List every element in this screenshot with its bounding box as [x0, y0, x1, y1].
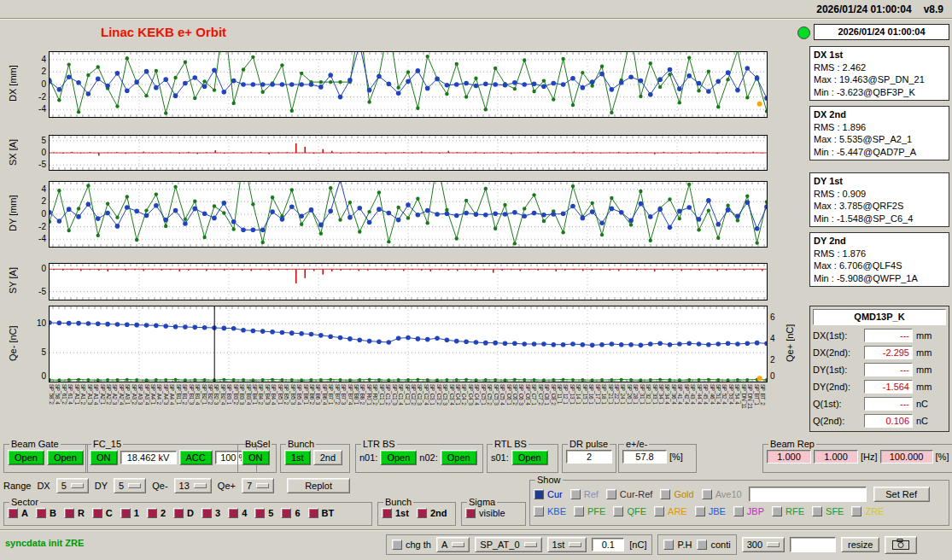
- toggle-label: 2nd: [430, 508, 447, 518]
- bpm-name-label: SP_B3_2: [233, 384, 239, 434]
- show-toggle-sfe[interactable]: SFE: [812, 506, 844, 516]
- show-toggle-pfe[interactable]: PFE: [574, 506, 605, 516]
- sigma-visible-toggle[interactable]: visible: [465, 508, 505, 518]
- show-toggle-jbp[interactable]: JBP: [733, 506, 764, 516]
- sector-toggle-1[interactable]: 1: [120, 508, 139, 518]
- application-window: 2026/01/24 01:00:04 v8.9 Linac KEKB e+ O…: [0, 0, 952, 560]
- bpm-name-label: SP_B3_4: [246, 384, 252, 434]
- bunch-1st-select[interactable]: 1st: [547, 537, 587, 552]
- beam-gate-open2-button[interactable]: Open: [47, 450, 84, 465]
- set-ref-button[interactable]: Set Ref: [873, 487, 930, 502]
- range-qe-plus-select[interactable]: 7: [242, 478, 274, 493]
- stat-value: Min : -1.548@SP_C6_4: [814, 213, 945, 225]
- show-toggle-cur[interactable]: Cur: [534, 489, 563, 499]
- qe-minus-axis-label: Qe- [nC]: [7, 306, 19, 381]
- checkbox-indicator: [570, 489, 581, 499]
- beam-gate-open1-button[interactable]: Open: [8, 450, 44, 465]
- bunch-2nd-button[interactable]: 2nd: [313, 450, 342, 465]
- range-dx-select[interactable]: 5: [56, 478, 89, 493]
- sector-toggle-5[interactable]: 5: [254, 508, 273, 518]
- dr-pulse-value[interactable]: 2: [566, 450, 612, 464]
- ph-label: P.H: [677, 540, 692, 550]
- bunch-1st-button[interactable]: 1st: [284, 450, 311, 465]
- bpm-name-label: SP_C8_2: [551, 384, 557, 434]
- threshold-input[interactable]: 0.1: [592, 538, 624, 551]
- sector-toggle-bt[interactable]: BT: [308, 508, 335, 518]
- show-toggle-kbe[interactable]: KBE: [534, 506, 566, 516]
- ph-toggle[interactable]: P.H: [663, 540, 692, 550]
- rtl-bs-label: RTL BS: [493, 439, 529, 449]
- resize-button[interactable]: resize: [841, 537, 879, 552]
- interval-select[interactable]: 300: [742, 537, 785, 552]
- show-toggle-ave10[interactable]: Ave10: [702, 489, 742, 499]
- plot-charge: 10506420: [49, 306, 768, 382]
- conti-toggle[interactable]: conti: [697, 540, 730, 550]
- bpm-name-label: SP_A2_1: [100, 384, 106, 434]
- fc15-acc-button[interactable]: ACC: [179, 450, 213, 465]
- bpm-name-label: SP_C3_4: [449, 384, 455, 434]
- bpm-name-label: SP_A4_1: [150, 384, 156, 434]
- fc15-on-button[interactable]: ON: [90, 450, 118, 465]
- bunch-toggle-2nd[interactable]: 2nd: [417, 508, 447, 518]
- stat-name: DX 1st: [814, 49, 945, 61]
- sector-toggle-b[interactable]: B: [36, 508, 56, 518]
- show-toggle-qfe[interactable]: QFE: [613, 506, 646, 516]
- bunch-toggle-1st[interactable]: 1st: [382, 508, 409, 518]
- sector-toggle-2[interactable]: 2: [147, 508, 166, 518]
- sector-toggle-a[interactable]: A: [8, 508, 28, 518]
- busel-on-button[interactable]: ON: [242, 450, 270, 465]
- bpm-name-label: SP_B5_3: [290, 384, 296, 434]
- show-toggle-are[interactable]: ARE: [654, 506, 687, 516]
- checkbox-indicator: [228, 508, 238, 518]
- sector-toggle-r[interactable]: R: [64, 508, 85, 518]
- checkbox-indicator: [392, 540, 402, 550]
- range-dy-select[interactable]: 5: [114, 478, 146, 493]
- bpm-name-label: SP_B6_1: [303, 384, 309, 434]
- aux-input[interactable]: [790, 537, 836, 552]
- show-toggle-ref[interactable]: Ref: [570, 489, 599, 499]
- sector-toggle-4[interactable]: 4: [228, 508, 247, 518]
- bpm-name-label: SP_C4_2: [461, 384, 467, 434]
- sector-toggle-d[interactable]: D: [173, 508, 194, 518]
- range-qe-minus-select[interactable]: 13: [174, 478, 212, 493]
- sp-at-select[interactable]: SP_AT_0: [475, 537, 541, 552]
- ltr-n01-open-button[interactable]: Open: [380, 450, 417, 465]
- bpm-name-label: SP_C6_1: [506, 384, 512, 434]
- show-toggle-rfe[interactable]: RFE: [772, 506, 804, 516]
- sector-toggle-c[interactable]: C: [92, 508, 113, 518]
- y-tick-label-right: 2: [770, 355, 789, 365]
- sector-toggle-6[interactable]: 6: [281, 508, 300, 518]
- bpm-name-label: SP_A4_4: [169, 384, 175, 434]
- toggle-label: JBP: [747, 506, 764, 516]
- show-toggle-cur-ref[interactable]: Cur-Ref: [606, 489, 653, 499]
- show-toggle-gold[interactable]: Gold: [660, 489, 693, 499]
- bpm-name-label: SP_B3_1: [226, 384, 232, 434]
- ep-ratio-group: e+/e- 57.8 [%]: [618, 439, 697, 473]
- fc15-kv-display: 18.462 kV: [120, 451, 177, 464]
- y-tick-label-right: 4: [770, 334, 789, 344]
- sector-a-select[interactable]: A: [436, 537, 470, 552]
- y-tick-label: 0: [27, 209, 46, 219]
- bpm-name-label: SP_B5_1: [277, 384, 283, 434]
- qmd-row-label: DX(2nd):: [813, 347, 861, 358]
- y-tick-label: -4: [27, 104, 46, 114]
- sector-toggle-3[interactable]: 3: [201, 508, 220, 518]
- show-toggle-jbe[interactable]: JBE: [695, 506, 726, 516]
- chg-th-toggle[interactable]: chg th: [392, 540, 431, 550]
- stat-value: RMS : 2.462: [814, 61, 945, 74]
- show-toggle-zre[interactable]: ZRE: [851, 506, 884, 516]
- conti-label: conti: [710, 540, 730, 550]
- stat-block-dx-1st: DX 1stRMS : 2.462Max : 19.463@SP_DN_21Mi…: [809, 46, 949, 101]
- ltr-n02-open-button[interactable]: Open: [441, 450, 477, 465]
- ltr-n02-label: n02:: [419, 452, 437, 463]
- bpm-name-label: SP_C1_2: [385, 384, 391, 434]
- bpm-name-label: SP_A3_3: [137, 384, 143, 434]
- bpm-name-label: SP_C7_2: [538, 384, 544, 434]
- replot-button[interactable]: Replot: [287, 478, 350, 493]
- sp-at-value: SP_AT_0: [480, 540, 519, 550]
- rtl-s01-open-button[interactable]: Open: [511, 450, 548, 465]
- toggle-label: 5: [268, 508, 273, 518]
- bunch-select-group: Bunch 1st2nd: [377, 497, 456, 526]
- ref-name-input[interactable]: [749, 487, 867, 502]
- screenshot-button[interactable]: [885, 536, 917, 554]
